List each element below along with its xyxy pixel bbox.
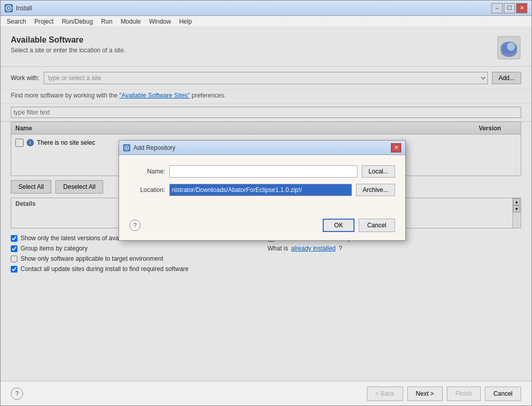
dialog-content: Name: Local... Location: Archive... [119, 155, 405, 212]
dialog-help-button[interactable]: ? [129, 220, 141, 231]
dialog-title: Add Repository [133, 144, 391, 151]
main-content: Available Software Select a site or ente… [1, 27, 531, 381]
dialog-action-buttons: OK Cancel [323, 219, 395, 232]
modal-overlay: Add Repository ✕ Name: Local... Location… [1, 27, 531, 381]
dialog-icon [123, 144, 130, 151]
next-button[interactable]: Next > [407, 386, 443, 401]
svg-point-7 [126, 147, 128, 148]
back-button[interactable]: < Back [367, 386, 403, 401]
window-controls: − ☐ ✕ [491, 3, 527, 13]
minimize-button[interactable]: − [491, 3, 503, 13]
help-button[interactable]: ? [11, 388, 23, 400]
main-window: Install − ☐ ✕ Search Project Run/Debug R… [0, 0, 532, 406]
cancel-button[interactable]: Cancel [485, 386, 521, 401]
dialog-ok-button[interactable]: OK [323, 219, 354, 232]
title-bar: Install − ☐ ✕ [1, 1, 531, 16]
local-button[interactable]: Local... [362, 165, 395, 178]
close-button[interactable]: ✕ [516, 3, 527, 13]
window-title: Install [16, 5, 491, 12]
menu-module[interactable]: Module [116, 17, 145, 26]
window-icon [5, 4, 13, 12]
finish-button[interactable]: Finish [447, 386, 481, 401]
maximize-button[interactable]: ☐ [504, 3, 515, 13]
dialog-name-input[interactable] [169, 165, 358, 178]
svg-point-1 [8, 7, 10, 9]
dialog-name-row: Name: Local... [129, 165, 395, 178]
menu-project[interactable]: Project [30, 17, 57, 26]
add-repository-dialog: Add Repository ✕ Name: Local... Location… [119, 140, 406, 241]
menu-window[interactable]: Window [145, 17, 175, 26]
dialog-location-input[interactable] [169, 184, 352, 196]
footer-buttons: < Back Next > Finish Cancel [367, 386, 521, 401]
dialog-name-label: Name: [129, 168, 165, 175]
archive-button[interactable]: Archive... [356, 184, 395, 196]
dialog-close-button[interactable]: ✕ [391, 143, 401, 152]
menu-bar: Search Project Run/Debug Run Module Wind… [1, 16, 531, 27]
dialog-cancel-button[interactable]: Cancel [359, 219, 395, 232]
footer: ? < Back Next > Finish Cancel [1, 381, 531, 405]
dialog-location-label: Location: [129, 186, 165, 194]
dialog-title-bar: Add Repository ✕ [119, 141, 405, 155]
menu-help[interactable]: Help [175, 17, 196, 26]
dialog-location-row: Location: Archive... [129, 184, 395, 196]
menu-run-debug[interactable]: Run/Debug [57, 17, 97, 26]
menu-run[interactable]: Run [97, 17, 116, 26]
menu-search[interactable]: Search [3, 17, 30, 26]
dialog-footer: ? OK Cancel [119, 212, 405, 240]
